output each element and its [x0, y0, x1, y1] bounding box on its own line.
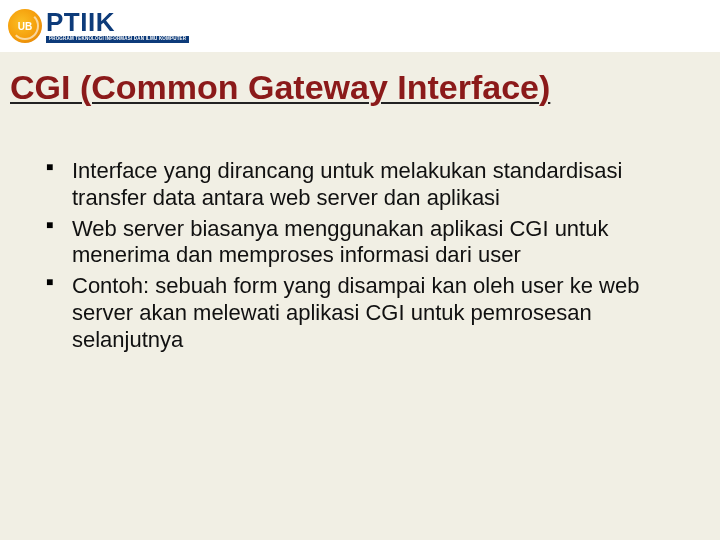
logo-text: PTIIK PROGRAM TEKNOLOGI INFORMASI DAN IL…	[46, 9, 189, 43]
header-band: UB PTIIK PROGRAM TEKNOLOGI INFORMASI DAN…	[0, 0, 720, 52]
logo-mark-text: UB	[18, 21, 32, 32]
slide-title: CGI (Common Gateway Interface)	[10, 68, 710, 109]
logo-subtitle: PROGRAM TEKNOLOGI INFORMASI DAN ILMU KOM…	[46, 36, 189, 43]
title-container: CGI (Common Gateway Interface)	[10, 68, 710, 109]
list-item: Contoh: sebuah form yang disampai kan ol…	[44, 273, 660, 353]
logo-name: PTIIK	[46, 9, 189, 35]
slide: UB PTIIK PROGRAM TEKNOLOGI INFORMASI DAN…	[0, 0, 720, 540]
slide-content: Interface yang dirancang untuk melakukan…	[44, 158, 660, 358]
bullet-list: Interface yang dirancang untuk melakukan…	[44, 158, 660, 354]
logo: UB PTIIK PROGRAM TEKNOLOGI INFORMASI DAN…	[8, 9, 189, 43]
logo-mark-icon: UB	[8, 9, 42, 43]
list-item: Interface yang dirancang untuk melakukan…	[44, 158, 660, 212]
list-item: Web server biasanya menggunakan aplikasi…	[44, 216, 660, 270]
